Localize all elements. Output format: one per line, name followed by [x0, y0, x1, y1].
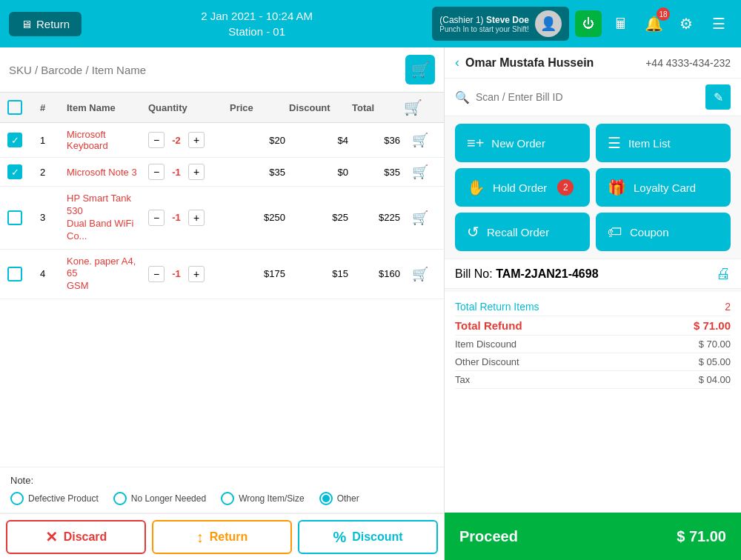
customer-name: Omar Mustafa Hussein [465, 56, 639, 70]
hold-icon: ✋ [467, 179, 485, 196]
radio-other[interactable]: Other [319, 492, 359, 505]
note-options: Defective Product No Longer Needed Wrong… [10, 492, 433, 505]
back-arrow-icon[interactable]: ‹ [455, 55, 459, 70]
notification-badge: 18 [657, 7, 670, 21]
discount-button[interactable]: % Discount [298, 520, 438, 554]
row3-qty-control: − -1 + [148, 210, 230, 226]
row1-item-name: Microsoft Keyboard [67, 129, 148, 151]
new-order-icon: ≡+ [467, 135, 484, 152]
header-datetime: 2 Jan 2021 - 10:24 AM Station - 01 [89, 8, 425, 39]
new-order-button[interactable]: ≡+ New Order [455, 124, 590, 162]
row1-qty-plus[interactable]: + [188, 132, 205, 148]
item-list-button[interactable]: ☰ Item List [596, 124, 731, 162]
discard-icon: ✕ [45, 528, 58, 546]
header: 🖥 Return 2 Jan 2021 - 10:24 AM Station -… [0, 0, 741, 47]
select-all-checkbox[interactable] [7, 100, 22, 115]
row4-checkbox[interactable] [7, 267, 22, 281]
add-to-cart-button[interactable]: 🛒 [405, 55, 435, 84]
tax-value: $ 04.00 [699, 374, 731, 385]
power-button[interactable]: ⏻ [575, 10, 602, 37]
search-bar: 🛒 [0, 47, 444, 93]
return-label: Return [210, 530, 248, 544]
other-discount-row: Other Discount $ 05.00 [455, 353, 731, 371]
total-return-label: Total Return Items [455, 301, 539, 313]
row4-qty-plus[interactable]: + [188, 266, 205, 282]
avatar: 👤 [535, 10, 562, 37]
cart-icon: 🛒 [411, 61, 430, 79]
header-total: Total [352, 102, 404, 113]
table-row: ✓ 1 Microsoft Keyboard − -2 + $20 $4 $36… [0, 123, 444, 158]
bill-edit-button[interactable]: ✎ [705, 84, 731, 110]
row1-total: $36 [352, 135, 404, 146]
coupon-button[interactable]: 🏷 Coupon [596, 213, 731, 251]
cashier-text: (Cashier 1) Steve Doe Punch In to start … [439, 15, 529, 33]
row4-price: $175 [230, 268, 289, 279]
return-label: Return [36, 18, 70, 30]
return-icon: ↕ [196, 529, 204, 546]
discard-button[interactable]: ✕ Discard [6, 520, 146, 554]
row4-remove[interactable]: 🛒 [404, 266, 436, 282]
settings-button[interactable]: ⚙ [673, 10, 700, 37]
cashier-name: Steve Doe [486, 15, 529, 25]
order-summary: Total Return Items 2 Total Refund $ 71.0… [445, 292, 741, 513]
recall-order-button[interactable]: ↺ Recall Order [455, 213, 590, 251]
table-row: 3 HP Smart Tank 530Dual Band WiFi Co... … [0, 187, 444, 250]
row2-qty-minus[interactable]: − [148, 164, 165, 180]
calculator-button[interactable]: 🖩 [608, 10, 634, 37]
total-return-value: 2 [725, 301, 731, 313]
row2-qty-value: -1 [167, 167, 185, 178]
coupon-label: Coupon [630, 226, 669, 239]
row4-discount: $15 [289, 268, 352, 279]
search-icon: 🔍 [455, 90, 470, 104]
loyalty-card-button[interactable]: 🎁 Loyalty Card [596, 168, 731, 207]
row4-num: 4 [40, 268, 67, 279]
row2-qty-control: − -1 + [148, 164, 230, 180]
hold-order-button[interactable]: ✋ Hold Order 2 [455, 168, 590, 207]
row2-checkbox[interactable]: ✓ [7, 164, 22, 179]
bill-no-prefix: Bill No: [455, 267, 493, 280]
menu-button[interactable]: ☰ [705, 10, 732, 37]
item-list-label: Item List [628, 137, 671, 150]
print-icon[interactable]: 🖨 [716, 265, 731, 282]
row3-qty-plus[interactable]: + [188, 210, 205, 226]
total-return-row: Total Return Items 2 [455, 298, 731, 316]
row3-remove[interactable]: 🛒 [404, 210, 436, 226]
row4-qty-value: -1 [167, 268, 185, 279]
item-discount-row: Item Discound $ 70.00 [455, 336, 731, 353]
return-button[interactable]: 🖥 Return [9, 12, 82, 36]
item-discount-label: Item Discound [455, 339, 516, 350]
edit-icon: ✎ [714, 90, 723, 104]
hold-badge: 2 [557, 179, 574, 196]
row1-checkbox[interactable]: ✓ [7, 133, 22, 147]
other-discount-label: Other Discount [455, 356, 519, 367]
row2-qty-plus[interactable]: + [188, 164, 205, 180]
notification-button[interactable]: 🔔 18 [640, 10, 667, 37]
row3-qty-minus[interactable]: − [148, 210, 165, 226]
power-icon: ⏻ [582, 17, 594, 30]
row1-num: 1 [40, 135, 67, 146]
quick-actions: ≡+ New Order ☰ Item List ✋ Hold Order 2 … [445, 116, 741, 259]
row2-num: 2 [40, 167, 67, 178]
main-content: 🛒 # Item Name Quantity Price Discount To… [0, 47, 741, 560]
header-discount: Discount [289, 102, 352, 113]
search-input[interactable] [9, 64, 398, 76]
radio-defective[interactable]: Defective Product [10, 492, 99, 505]
radio-no-longer[interactable]: No Longer Needed [113, 492, 206, 505]
proceed-button[interactable]: Proceed $ 71.00 [445, 513, 741, 560]
row1-qty-minus[interactable]: − [148, 132, 165, 148]
bill-search-input[interactable] [476, 91, 700, 103]
row1-remove[interactable]: 🛒 [404, 132, 436, 148]
other-discount-value: $ 05.00 [699, 356, 731, 367]
customer-phone: +44 4333-434-232 [645, 57, 731, 69]
row2-remove[interactable]: 🛒 [404, 164, 436, 180]
radio-wrong-item[interactable]: Wrong Item/Size [221, 492, 304, 505]
header-action: 🛒 [404, 99, 436, 116]
loyalty-icon: 🎁 [608, 179, 626, 196]
proceed-amount: $ 71.00 [677, 528, 726, 545]
row4-qty-minus[interactable]: − [148, 266, 165, 282]
right-panel: ‹ Omar Mustafa Hussein +44 4333-434-232 … [445, 47, 741, 560]
return-action-button[interactable]: ↕ Return [152, 520, 292, 554]
radio-other-label: Other [337, 493, 359, 504]
customer-bar: ‹ Omar Mustafa Hussein +44 4333-434-232 [445, 47, 741, 79]
row3-checkbox[interactable] [7, 210, 22, 225]
